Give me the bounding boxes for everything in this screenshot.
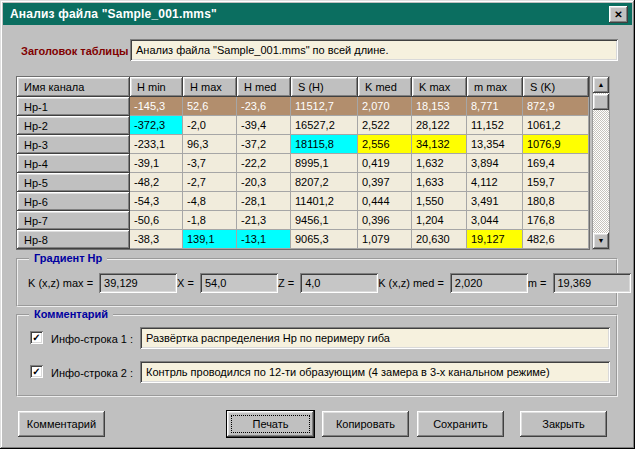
column-header-5[interactable]: K med <box>358 77 412 97</box>
cell-Нр-2-col3: -39,4 <box>237 116 291 135</box>
gradient-value-k-xz-max[interactable]: 39,129 <box>99 273 177 293</box>
info-line-1-checkbox[interactable]: ✓ <box>30 331 43 344</box>
cell-Нр-4-col4: 8995,1 <box>291 154 358 173</box>
cell-Нр-5-col7: 4,112 <box>467 173 523 192</box>
column-header-2[interactable]: H max <box>183 77 237 97</box>
cell-Нр-6-col5: 0,444 <box>358 192 412 211</box>
gradient-pair-z: Z =4,0 <box>278 273 378 293</box>
cell-Нр-6-col3: -28,1 <box>237 192 291 211</box>
cell-Нр-1-col3: -23,6 <box>237 97 291 116</box>
save-button[interactable]: Сохранить <box>417 411 504 437</box>
gradient-value-x[interactable]: 54,0 <box>200 273 278 293</box>
cell-Нр-3-col3: -37,2 <box>237 135 291 154</box>
info-line-2-row: ✓Инфо-строка 2 :Контрль проводился по 12… <box>28 361 610 383</box>
cell-Нр-4-col8: 169,4 <box>523 154 589 173</box>
column-header-0[interactable]: Имя канала <box>17 77 130 97</box>
gradient-pair-m: m =19,369 <box>528 273 631 293</box>
gradient-fields: K (x,z) max =39,129X =54,0Z =4,0K (x,z) … <box>28 273 606 293</box>
info-line-1-input[interactable]: Развёртка распределения Нр по перимеру г… <box>140 327 610 349</box>
column-header-1[interactable]: H min <box>130 77 183 97</box>
row-header-Нр-1[interactable]: Нр-1 <box>17 97 130 116</box>
cell-Нр-3-col6: 34,132 <box>412 135 467 154</box>
cell-Нр-4-col3: -22,2 <box>237 154 291 173</box>
table-title-input[interactable]: Анализ файла "Sample_001.mms" по всей дл… <box>130 39 618 61</box>
cell-Нр-7-col4: 9456,1 <box>291 211 358 230</box>
column-header-6[interactable]: K max <box>412 77 467 97</box>
scroll-down-button[interactable]: ▼ <box>593 233 609 249</box>
row-header-Нр-8[interactable]: Нр-8 <box>17 230 130 249</box>
cell-Нр-7-col6: 1,204 <box>412 211 467 230</box>
gradient-label-z: Z = <box>278 277 294 289</box>
arrow-down-icon: ▼ <box>598 237 605 244</box>
cell-Нр-4-col7: 3,894 <box>467 154 523 173</box>
scroll-thumb[interactable] <box>593 94 609 110</box>
comment-button[interactable]: Комментарий <box>18 411 105 437</box>
channels-table: Имя каналаH minH maxH medS (H)K medK max… <box>16 76 612 250</box>
print-button[interactable]: Печать <box>227 411 314 437</box>
row-header-Нр-4[interactable]: Нр-4 <box>17 154 130 173</box>
dialog-window: Анализ файла "Sample_001.mms" ✕ Заголово… <box>0 0 635 449</box>
cell-Нр-8-col8: 482,6 <box>523 230 589 249</box>
title-bar: Анализ файла "Sample_001.mms" ✕ <box>3 3 632 25</box>
gradient-pair-x: X =54,0 <box>177 273 278 293</box>
data-table-grid: Имя каналаH minH maxH medS (H)K medK max… <box>16 76 590 250</box>
cell-Нр-2-col5: 2,522 <box>358 116 412 135</box>
gradient-label-k-xz-med: K (x,z) med = <box>378 277 444 289</box>
cell-Нр-3-col2: 96,3 <box>183 135 237 154</box>
info-line-2-checkbox[interactable]: ✓ <box>30 365 43 378</box>
cell-Нр-3-col8: 1076,9 <box>523 135 589 154</box>
row-header-Нр-5[interactable]: Нр-5 <box>17 173 130 192</box>
copy-button[interactable]: Копировать <box>322 411 409 437</box>
cell-Нр-2-col7: 11,152 <box>467 116 523 135</box>
window-title: Анализ файла "Sample_001.mms" <box>10 7 609 21</box>
gradient-value-k-xz-med[interactable]: 2,020 <box>450 273 528 293</box>
cell-Нр-8-col7: 19,127 <box>467 230 523 249</box>
gradient-group-title: Градиент Нр <box>29 252 107 264</box>
row-header-Нр-3[interactable]: Нр-3 <box>17 135 130 154</box>
cell-Нр-5-col3: -20,3 <box>237 173 291 192</box>
cell-Нр-5-col1: -48,2 <box>130 173 183 192</box>
cell-Нр-5-col2: -2,7 <box>183 173 237 192</box>
cell-Нр-7-col7: 3,044 <box>467 211 523 230</box>
close-dialog-button[interactable]: Закрыть <box>520 411 607 437</box>
info-line-1-label: Инфо-строка 1 : <box>51 333 133 345</box>
cell-Нр-8-col1: -38,3 <box>130 230 183 249</box>
close-icon: ✕ <box>614 9 622 20</box>
cell-Нр-2-col1: -372,3 <box>130 116 183 135</box>
gradient-label-m: m = <box>528 277 547 289</box>
column-header-4[interactable]: S (H) <box>291 77 358 97</box>
cell-Нр-3-col4: 18115,8 <box>291 135 358 154</box>
info-line-2-input[interactable]: Контрль проводился по 12-ти образующим (… <box>140 361 610 383</box>
cell-Нр-6-col2: -4,8 <box>183 192 237 211</box>
arrow-up-icon: ▲ <box>598 81 605 88</box>
cell-Нр-1-col6: 18,153 <box>412 97 467 116</box>
cell-Нр-1-col4: 11512,7 <box>291 97 358 116</box>
cell-Нр-8-col2: 139,1 <box>183 230 237 249</box>
table-title-label: Заголовок таблицы : <box>21 45 135 57</box>
comment-group-title: Комментарий <box>29 308 113 320</box>
close-button[interactable]: ✕ <box>609 6 628 23</box>
gradient-value-m[interactable]: 19,369 <box>553 273 631 293</box>
scroll-up-button[interactable]: ▲ <box>593 77 609 93</box>
row-header-Нр-6[interactable]: Нр-6 <box>17 192 130 211</box>
column-header-7[interactable]: m max <box>467 77 523 97</box>
vertical-scrollbar[interactable]: ▲ ▼ <box>592 76 610 250</box>
cell-Нр-1-col8: 872,9 <box>523 97 589 116</box>
gradient-label-k-xz-max: K (x,z) max = <box>28 277 93 289</box>
cell-Нр-1-col1: -145,3 <box>130 97 183 116</box>
cell-Нр-8-col5: 1,079 <box>358 230 412 249</box>
cell-Нр-8-col4: 9065,3 <box>291 230 358 249</box>
column-header-3[interactable]: H med <box>237 77 291 97</box>
gradient-groupbox: Градиент Нр K (x,z) max =39,129X =54,0Z … <box>16 258 618 307</box>
row-header-Нр-7[interactable]: Нр-7 <box>17 211 130 230</box>
row-header-Нр-2[interactable]: Нр-2 <box>17 116 130 135</box>
cell-Нр-4-col6: 1,632 <box>412 154 467 173</box>
cell-Нр-7-col2: -1,8 <box>183 211 237 230</box>
gradient-value-z[interactable]: 4,0 <box>300 273 378 293</box>
cell-Нр-1-col2: 52,6 <box>183 97 237 116</box>
cell-Нр-7-col8: 176,8 <box>523 211 589 230</box>
cell-Нр-6-col4: 11401,2 <box>291 192 358 211</box>
column-header-8[interactable]: S (K) <box>523 77 589 97</box>
cell-Нр-1-col5: 2,070 <box>358 97 412 116</box>
cell-Нр-3-col1: -233,1 <box>130 135 183 154</box>
